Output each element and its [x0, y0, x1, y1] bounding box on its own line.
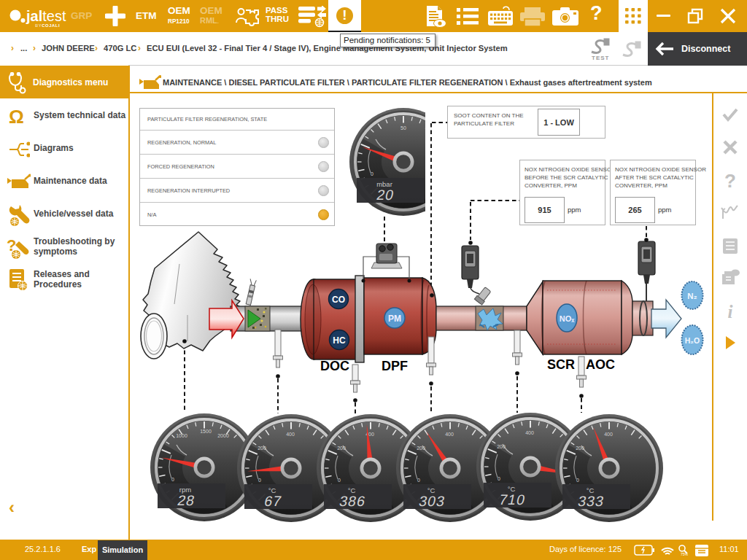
svg-text:1500: 1500 [200, 429, 212, 434]
svg-text:mbar: mbar [376, 180, 392, 188]
svg-text:°C: °C [268, 486, 276, 494]
svg-text:75%: 75% [681, 552, 689, 556]
svg-text:i: i [728, 302, 733, 322]
svg-text:20: 20 [375, 187, 395, 203]
svg-text:400: 400 [445, 432, 454, 437]
svg-text:DOC: DOC [320, 359, 349, 373]
svg-text:°C: °C [348, 486, 356, 494]
svg-text:0: 0 [338, 478, 341, 483]
svg-text:386: 386 [338, 493, 367, 509]
svg-text:0: 0 [371, 171, 374, 176]
svg-text:H₂O: H₂O [685, 336, 700, 345]
svg-text:67: 67 [263, 493, 283, 509]
svg-text:0: 0 [171, 477, 174, 482]
svg-text:303: 303 [417, 493, 446, 509]
svg-text:0: 0 [417, 478, 420, 483]
svg-text:°C: °C [427, 486, 436, 494]
svg-text:AOC: AOC [586, 357, 615, 372]
svg-text:200: 200 [417, 446, 425, 451]
svg-text:DPF: DPF [382, 359, 408, 373]
svg-text:Ω: Ω [9, 106, 24, 126]
svg-text:400: 400 [365, 432, 374, 437]
svg-text:N₂: N₂ [687, 292, 697, 300]
svg-text:NOₓ: NOₓ [560, 314, 576, 323]
svg-text:400: 400 [604, 432, 613, 437]
svg-text:rpm: rpm [179, 486, 191, 494]
svg-text:PM: PM [388, 314, 401, 324]
svg-text:200: 200 [497, 444, 506, 449]
svg-text:200: 200 [258, 446, 266, 451]
svg-text:50: 50 [400, 125, 406, 131]
svg-text:200: 200 [337, 446, 346, 451]
svg-text:1000: 1000 [176, 433, 187, 438]
svg-text:BYCOJALI: BYCOJALI [35, 23, 60, 28]
svg-text:400: 400 [525, 430, 534, 435]
svg-text:HC: HC [333, 335, 346, 346]
svg-text:200: 200 [576, 446, 584, 451]
svg-text:2000: 2000 [217, 433, 229, 438]
svg-text:CO: CO [332, 295, 345, 305]
svg-text:jaltest: jaltest [26, 8, 66, 24]
svg-text:°C: °C [508, 485, 516, 493]
svg-text:400: 400 [286, 432, 295, 437]
svg-text:TEST: TEST [592, 55, 609, 61]
svg-text:710: 710 [498, 491, 527, 508]
svg-text:°C: °C [587, 486, 595, 494]
svg-text:28: 28 [176, 492, 196, 508]
svg-text:0: 0 [498, 476, 500, 481]
svg-text:0: 0 [576, 478, 579, 483]
svg-text:SCR: SCR [547, 357, 575, 372]
svg-text:333: 333 [576, 493, 605, 509]
svg-text:?: ? [724, 170, 736, 192]
svg-text:0: 0 [258, 478, 261, 483]
